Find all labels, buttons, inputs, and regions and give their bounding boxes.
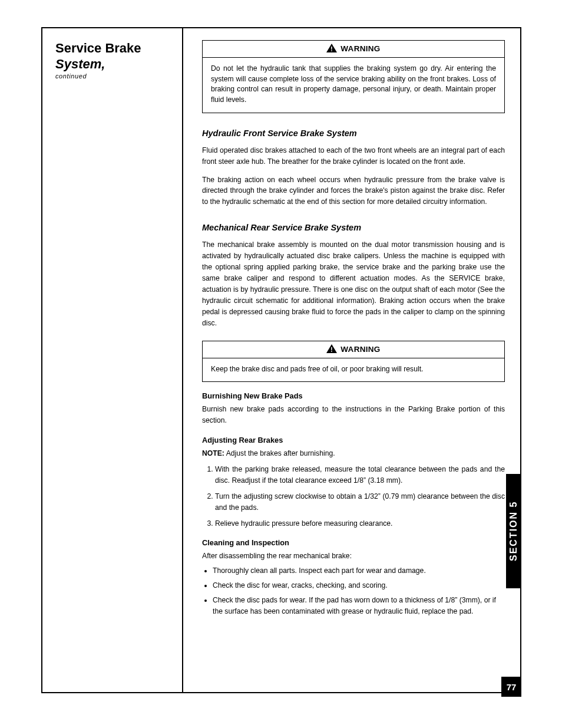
warning-box-mechanical: ! WARNING Keep the brake disc and pads f…	[202, 341, 505, 383]
subhead-burnish: Burnishing New Brake Pads	[202, 391, 505, 400]
para-mechanical-1: The mechanical brake assembly is mounted…	[202, 239, 505, 328]
para-hydraulic-1: Fluid operated disc brakes attached to e…	[202, 145, 505, 167]
heading-mechanical: Mechanical Rear Service Brake System	[202, 223, 505, 232]
step-3: Relieve hydraulic pressure before measur…	[215, 518, 505, 529]
svg-text:!: !	[330, 346, 333, 353]
subhead-adjust: Adjusting Rear Brakes	[202, 436, 505, 444]
step-2: Turn the adjusting screw clockwise to ob…	[215, 491, 505, 513]
sidebar-title-line1: Service Brake	[55, 41, 173, 55]
sidebar-title-line2: System,	[55, 57, 173, 71]
bullet-1: Thoroughly clean all parts. Inspect each…	[213, 565, 505, 577]
sidebar-subtitle: continued	[55, 73, 173, 80]
sidebar: Service Brake System, continued	[42, 28, 182, 80]
main-column: ! WARNING Do not let the hydraulic tank …	[182, 28, 521, 621]
bullet-3: Check the disc pads for wear. If the pad…	[213, 595, 505, 617]
steps-adjust: With the parking brake released, measure…	[215, 464, 505, 529]
warning-header: ! WARNING	[203, 41, 504, 58]
subhead-cleaning: Cleaning and Inspection	[202, 538, 505, 547]
svg-text:!: !	[330, 45, 333, 52]
note-label: NOTE:	[202, 449, 224, 457]
warning-icon: !	[326, 44, 337, 54]
para-burnish: Burnish new brake pads according to the …	[202, 404, 505, 426]
step-1: With the parking brake released, measure…	[215, 464, 505, 486]
page-number: 77	[501, 677, 521, 697]
warning-box-hydraulic: ! WARNING Do not let the hydraulic tank …	[202, 40, 505, 113]
warning-label-2: WARNING	[340, 345, 380, 354]
para-cleaning-intro: After disassembling the rear mechanical …	[202, 551, 505, 562]
warning-header-2: ! WARNING	[203, 341, 504, 358]
warning-label: WARNING	[340, 44, 380, 53]
para-hydraulic-2: The braking action on each wheel occurs …	[202, 174, 505, 208]
page-frame: Service Brake System, continued SECTION …	[41, 27, 521, 693]
note-adjust: NOTE: Adjust the brakes after burnishing…	[202, 448, 505, 459]
bullet-2: Check the disc for wear, cracks, checkin…	[213, 580, 505, 591]
heading-hydraulic: Hydraulic Front Service Brake System	[202, 129, 505, 138]
warning-icon: !	[326, 344, 337, 355]
note-body: Adjust the brakes after burnishing.	[226, 449, 335, 457]
page-number-value: 77	[507, 682, 517, 692]
warning-body-2: Keep the brake disc and pads free of oil…	[203, 358, 504, 382]
warning-body: Do not let the hydraulic tank that suppl…	[203, 58, 504, 113]
bullets-cleaning: Thoroughly clean all parts. Inspect each…	[213, 565, 505, 617]
